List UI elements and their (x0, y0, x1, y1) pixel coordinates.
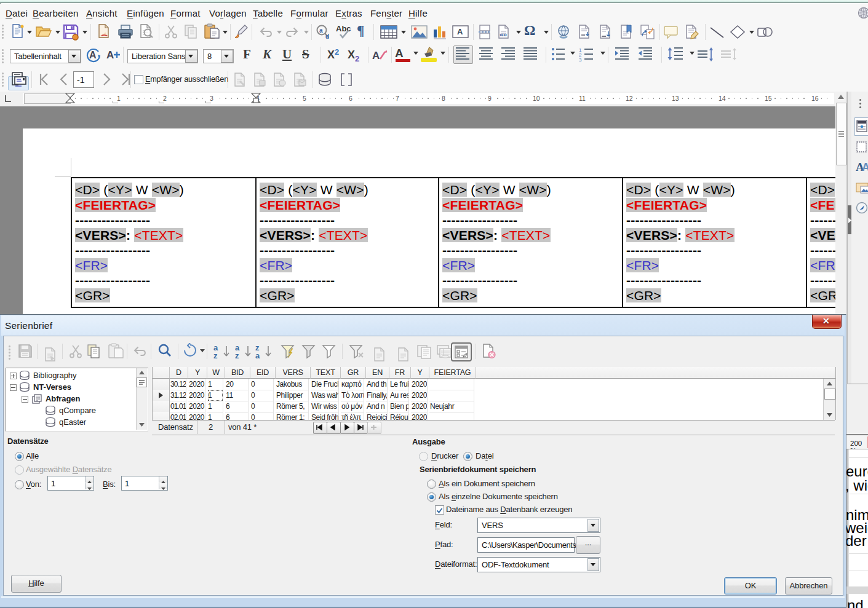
svg-text:A: A (89, 50, 97, 60)
svg-text:A: A (862, 161, 868, 173)
svg-text:z: z (213, 351, 218, 359)
svg-text:a: a (255, 351, 260, 359)
svg-text:a: a (319, 27, 323, 34)
svg-text:3: 3 (579, 57, 582, 62)
svg-text:A: A (457, 27, 463, 36)
svg-text:A: A (372, 50, 380, 61)
svg-text:d: d (325, 33, 329, 40)
svg-text:Abc: Abc (336, 24, 351, 33)
svg-text:«»: «» (500, 31, 507, 38)
svg-text:A: A (106, 49, 114, 61)
svg-text:z: z (235, 351, 239, 359)
